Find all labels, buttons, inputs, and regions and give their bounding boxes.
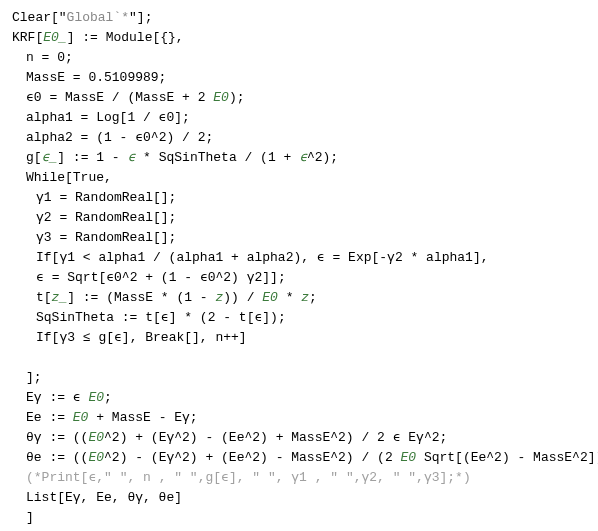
pattern-slot: z (301, 290, 309, 305)
code-line: KRF[E0_] := Module[{}, (12, 28, 598, 48)
code-line: SqSinTheta := t[ϵ] * (2 - t[ϵ]); (12, 308, 598, 328)
code-text: γ2 = RandomReal[]; (36, 210, 176, 225)
code-line: n = 0; (12, 48, 598, 68)
code-line: Clear["Global`*"]; (12, 8, 598, 28)
code-text: KRF[ (12, 30, 43, 45)
code-text: Eγ := ϵ (26, 390, 88, 405)
code-text: γ1 = RandomReal[]; (36, 190, 176, 205)
code-text: ^2); (307, 150, 338, 165)
code-text: If[γ3 ≤ g[ϵ], Break[], n++] (36, 330, 247, 345)
code-text: SqSinTheta := t[ϵ] * (2 - t[ϵ]); (36, 310, 286, 325)
pattern-slot: E0 (88, 430, 104, 445)
code-text: γ3 = RandomReal[]; (36, 230, 176, 245)
code-text: ] := Module[{}, (67, 30, 184, 45)
code-line (12, 348, 598, 368)
code-text: alpha2 = (1 - ϵ0^2) / 2; (26, 130, 213, 145)
code-text: ] := 1 - (57, 150, 127, 165)
pattern-slot: E0 (88, 450, 104, 465)
code-text: List[Eγ, Ee, θγ, θe] (26, 490, 182, 505)
code-line: ϵ0 = MassE / (MassE + 2 E0); (12, 88, 598, 108)
code-line: g[ϵ_] := 1 - ϵ * SqSinTheta / (1 + ϵ^2); (12, 148, 598, 168)
code-text: If[γ1 < alpha1 / (alpha1 + alpha2), ϵ = … (36, 250, 489, 265)
code-line: (*Print[ϵ," ", n , " ",g[ϵ], " ", γ1 , "… (12, 468, 598, 488)
code-line: If[γ3 ≤ g[ϵ], Break[], n++] (12, 328, 598, 348)
code-block: Clear["Global`*"]; KRF[E0_] := Module[{}… (12, 8, 598, 528)
string-literal: Global`* (67, 10, 129, 25)
code-line: If[γ1 < alpha1 / (alpha1 + alpha2), ϵ = … (12, 248, 598, 268)
code-text: "]; (129, 10, 152, 25)
code-text: ϵ0 = MassE / (MassE + 2 (26, 90, 213, 105)
code-text: θγ := (( (26, 430, 88, 445)
code-line: While[True, (12, 168, 598, 188)
code-text: t[ (36, 290, 52, 305)
code-line: Eγ := ϵ E0; (12, 388, 598, 408)
pattern-slot: E0_ (43, 30, 66, 45)
pattern-slot: E0 (262, 290, 278, 305)
code-text: Sqrt[(Ee^2) - MassE^2]); (416, 450, 598, 465)
code-line: ϵ = Sqrt[ϵ0^2 + (1 - ϵ0^2) γ2]]; (12, 268, 598, 288)
code-text: ^2) + (Eγ^2) - (Ee^2) + MassE^2) / 2 ϵ E… (104, 430, 447, 445)
code-text: ); (229, 90, 245, 105)
code-line: alpha1 = Log[1 / ϵ0]; (12, 108, 598, 128)
code-text: ^2) - (Eγ^2) + (Ee^2) - MassE^2) / (2 (104, 450, 400, 465)
code-line: γ2 = RandomReal[]; (12, 208, 598, 228)
pattern-slot: E0 (88, 390, 104, 405)
code-text: ]; (26, 370, 42, 385)
code-text: ; (309, 290, 317, 305)
code-line: List[Eγ, Ee, θγ, θe] (12, 488, 598, 508)
code-line: γ1 = RandomReal[]; (12, 188, 598, 208)
code-text: ; (104, 390, 112, 405)
code-text: + MassE - Eγ; (88, 410, 197, 425)
pattern-slot: ϵ (299, 150, 307, 165)
code-line: ] (12, 508, 598, 528)
code-text: While[True, (26, 170, 112, 185)
code-text: Clear[" (12, 10, 67, 25)
code-line: alpha2 = (1 - ϵ0^2) / 2; (12, 128, 598, 148)
pattern-slot: E0 (73, 410, 89, 425)
code-text: g[ (26, 150, 42, 165)
pattern-slot: E0 (213, 90, 229, 105)
code-text: ] (26, 510, 34, 525)
code-text: * (278, 290, 301, 305)
code-text: n = 0; (26, 50, 73, 65)
code-line: Ee := E0 + MassE - Eγ; (12, 408, 598, 428)
pattern-slot: z_ (52, 290, 68, 305)
code-line: t[z_] := (MassE * (1 - z)) / E0 * z; (12, 288, 598, 308)
pattern-slot: ϵ_ (42, 150, 58, 165)
code-text: * SqSinTheta / (1 + (135, 150, 299, 165)
pattern-slot: E0 (400, 450, 416, 465)
code-line: MassE = 0.5109989; (12, 68, 598, 88)
code-text: )) / (223, 290, 262, 305)
code-text: θe := (( (26, 450, 88, 465)
code-line: ]; (12, 368, 598, 388)
comment-text: (*Print[ϵ," ", n , " ",g[ϵ], " ", γ1 , "… (26, 470, 471, 485)
code-line: γ3 = RandomReal[]; (12, 228, 598, 248)
code-text: ϵ = Sqrt[ϵ0^2 + (1 - ϵ0^2) γ2]]; (36, 270, 286, 285)
code-text: ] := (MassE * (1 - (67, 290, 215, 305)
code-text: Ee := (26, 410, 73, 425)
code-text: alpha1 = Log[1 / ϵ0]; (26, 110, 190, 125)
code-text: MassE = 0.5109989; (26, 70, 166, 85)
code-line: θγ := ((E0^2) + (Eγ^2) - (Ee^2) + MassE^… (12, 428, 598, 448)
code-line: θe := ((E0^2) - (Eγ^2) + (Ee^2) - MassE^… (12, 448, 598, 468)
